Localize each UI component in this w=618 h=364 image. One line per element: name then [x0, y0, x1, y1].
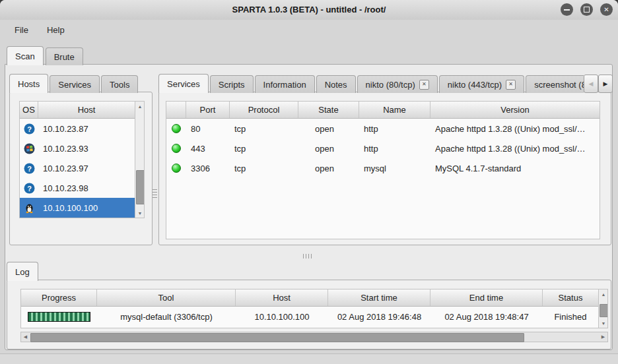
app-window: SPARTA 1.0.3 (BETA) - untitled - /root/ … [0, 0, 618, 364]
services-col-port[interactable]: Port [186, 102, 230, 118]
vertical-splitter-handle[interactable] [153, 189, 157, 198]
close-tab-icon[interactable]: ✕ [506, 80, 516, 90]
host-row[interactable]: ? 10.10.23.97 [20, 158, 135, 178]
state-cell: open [298, 124, 359, 134]
os-cell: ? [20, 183, 38, 194]
services-table-header: Port Protocol State Name Version [166, 102, 600, 119]
scroll-down-icon[interactable]: ▼ [599, 318, 608, 328]
port-cell: 443 [186, 144, 230, 154]
open-port-icon [172, 144, 181, 153]
hosts-scrollbar[interactable]: ▲ ▼ [135, 102, 145, 218]
menu-file[interactable]: File [8, 22, 35, 38]
log-vscrollbar[interactable]: ▲ ▼ [598, 289, 608, 328]
tab-services-left[interactable]: Services [50, 75, 100, 93]
log-tab-bar: Log [7, 262, 38, 281]
menu-bar: File Help [0, 20, 618, 40]
tab-screenshot-80[interactable]: screenshot (80/t [526, 75, 584, 93]
right-panel-tab-bar: Services Scripts Information Notes nikto… [158, 74, 584, 93]
tab-tools[interactable]: Tools [101, 75, 138, 93]
tab-scroll-right-button[interactable]: ▶ [598, 75, 613, 93]
log-row[interactable]: mysql-default (3306/tcp) 10.10.100.100 0… [21, 307, 598, 326]
services-col-name[interactable]: Name [359, 102, 430, 118]
open-port-icon [172, 164, 181, 173]
tab-scroll-left-button[interactable]: ◀ [584, 75, 598, 93]
host-cell: 10.10.100.100 [236, 312, 328, 322]
host-row[interactable]: ? 10.10.23.98 [20, 178, 135, 198]
services-col-version[interactable]: Version [430, 102, 600, 118]
status-cell [166, 144, 186, 153]
scroll-up-icon[interactable]: ▲ [599, 289, 608, 299]
tab-scripts[interactable]: Scripts [210, 75, 254, 93]
title-bar[interactable]: SPARTA 1.0.3 (BETA) - untitled - /root/ … [0, 0, 618, 20]
host-address: 10.10.23.93 [38, 144, 135, 154]
tab-notes-label: Notes [325, 80, 347, 90]
maximize-icon [584, 7, 590, 13]
scroll-up-icon[interactable]: ▲ [135, 102, 145, 111]
tab-nikto-80-label: nikto (80/tcp) [366, 80, 415, 90]
tab-nikto-80[interactable]: nikto (80/tcp) ✕ [357, 75, 438, 93]
status-cell [166, 124, 186, 133]
chevron-left-icon: ◀ [589, 80, 594, 87]
name-cell: http [359, 124, 430, 134]
host-row-selected[interactable]: 10.10.100.100 [20, 198, 135, 218]
log-col-status[interactable]: Status [543, 289, 598, 306]
status-cell [166, 164, 186, 173]
minimize-button[interactable] [561, 3, 573, 16]
unknown-os-icon: ? [24, 123, 35, 135]
log-col-start-time[interactable]: Start time [328, 289, 430, 306]
tab-log[interactable]: Log [7, 262, 38, 281]
os-cell: ? [20, 123, 38, 135]
log-hscrollbar-thumb[interactable] [30, 333, 524, 342]
tab-nikto-443[interactable]: nikto (443/tcp) ✕ [439, 75, 524, 93]
service-row[interactable]: 3306 tcp open mysql MySQL 4.1.7-standard [166, 158, 600, 178]
tab-hosts-label: Hosts [18, 79, 40, 89]
tab-services-left-label: Services [58, 80, 91, 90]
chevron-right-icon: ▶ [603, 80, 608, 87]
close-tab-icon[interactable]: ✕ [419, 80, 429, 90]
tab-scan[interactable]: Scan [7, 46, 44, 65]
tab-brute[interactable]: Brute [46, 47, 83, 65]
version-cell: Apache httpd 1.3.28 ((Unix) mod_ssl/… [430, 124, 600, 134]
menu-help[interactable]: Help [40, 22, 71, 38]
log-col-tool[interactable]: Tool [97, 289, 236, 306]
tab-brute-label: Brute [54, 52, 75, 62]
service-row[interactable]: 443 tcp open http Apache httpd 1.3.28 ((… [166, 138, 600, 158]
service-row[interactable]: 80 tcp open http Apache httpd 1.3.28 ((U… [166, 119, 600, 138]
hosts-col-os[interactable]: OS [20, 102, 38, 118]
tab-services-label: Services [167, 79, 200, 89]
services-col-state[interactable]: State [298, 102, 359, 118]
tab-notes[interactable]: Notes [316, 75, 356, 93]
services-col-status[interactable] [166, 102, 186, 118]
close-button[interactable]: ✕ [600, 3, 613, 16]
hosts-scrollbar-thumb[interactable] [136, 170, 145, 204]
tab-scan-label: Scan [15, 51, 35, 61]
log-col-host[interactable]: Host [236, 289, 328, 306]
host-row[interactable]: ? 10.10.23.87 [20, 119, 135, 138]
open-port-icon [172, 124, 181, 133]
log-col-end-time[interactable]: End time [430, 289, 543, 306]
os-cell [20, 202, 38, 214]
status-cell: Finished [543, 312, 598, 322]
linux-os-icon [24, 202, 35, 214]
log-vscrollbar-thumb[interactable] [600, 304, 608, 317]
left-panel-tab-bar: Hosts Services Tools [9, 74, 138, 93]
port-cell: 80 [186, 124, 230, 134]
maximize-button[interactable] [580, 3, 593, 16]
hosts-col-host[interactable]: Host [38, 102, 135, 118]
tab-services[interactable]: Services [158, 74, 209, 93]
main-tab-bar: Scan Brute [7, 46, 83, 65]
scroll-right-icon[interactable]: ▶ [599, 332, 607, 342]
log-col-progress[interactable]: Progress [21, 289, 97, 306]
host-row[interactable]: 10.10.23.93 [20, 138, 135, 158]
log-hscrollbar[interactable]: ◀ ▶ [20, 332, 608, 342]
tab-hosts[interactable]: Hosts [9, 74, 48, 93]
scroll-down-icon[interactable]: ▼ [135, 208, 145, 218]
services-col-protocol[interactable]: Protocol [230, 102, 298, 118]
status-bar [0, 354, 618, 364]
unknown-os-icon: ? [24, 163, 35, 174]
horizontal-splitter-handle[interactable] [303, 254, 312, 258]
tab-information[interactable]: Information [255, 75, 315, 93]
state-cell: open [298, 164, 359, 173]
scroll-left-icon[interactable]: ◀ [21, 332, 30, 342]
port-cell: 3306 [186, 164, 230, 173]
